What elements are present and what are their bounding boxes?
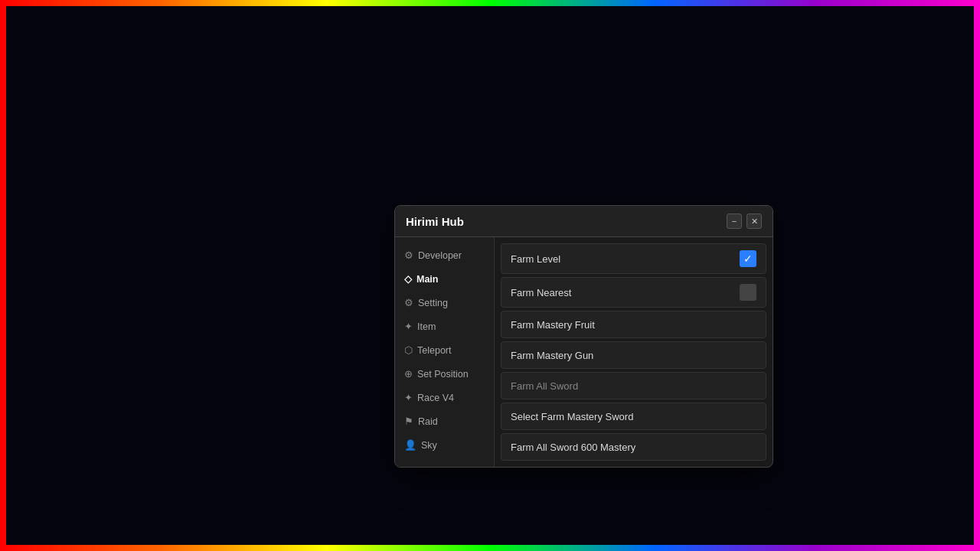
farm-level-label: Farm Level xyxy=(511,253,560,265)
farm-nearest-checkbox[interactable] xyxy=(740,284,756,301)
left-line-4: HYPER NEW xyxy=(31,306,198,342)
sidebar-label-raid: Raid xyxy=(418,416,438,427)
sidebar-item-raid[interactable]: ⚑ Raid xyxy=(395,409,494,433)
farm-all-sword-600-label: Farm All Sword 600 Mastery xyxy=(511,442,635,453)
title-fruits: FRUITS xyxy=(486,9,799,103)
farm-nearest-label: Farm Nearest xyxy=(511,287,571,298)
sidebar-label-racev4: Race V4 xyxy=(417,393,454,403)
minimize-button[interactable]: − xyxy=(727,214,742,229)
left-line-3: HYPER xyxy=(31,271,198,307)
hub-sidebar: ⚙ Developer ◇ Main ⚙ Setting ✦ Item ⬡ xyxy=(395,237,495,467)
fruits-label: FRUITS xyxy=(881,517,963,542)
main-icon: ◇ xyxy=(404,273,412,285)
sidebar-label-sky: Sky xyxy=(421,440,437,451)
svg-marker-4 xyxy=(869,356,877,375)
close-button[interactable]: ✕ xyxy=(746,214,762,229)
setposition-icon: ⊕ xyxy=(404,368,413,380)
svg-point-14 xyxy=(875,403,880,408)
hub-titlebar: Hirimi Hub − ✕ xyxy=(395,206,773,237)
sidebar-item-developer[interactable]: ⚙ Developer xyxy=(395,243,494,267)
row-farm-mastery-fruit[interactable]: Farm Mastery Fruit xyxy=(501,311,766,338)
sidebar-label-setposition: Set Position xyxy=(417,369,469,380)
update-label: UPDATE xyxy=(106,487,312,540)
row-farm-all-sword-600[interactable]: Farm All Sword 600 Mastery xyxy=(501,433,766,461)
item-icon: ✦ xyxy=(404,321,413,332)
left-text-block: HIRIMI HIRIMI X HYPER HYPER NEW xyxy=(31,199,198,342)
farm-mastery-gun-label: Farm Mastery Gun xyxy=(511,350,593,361)
sidebar-item-teleport[interactable]: ⬡ Teleport xyxy=(395,338,494,362)
row-farm-level[interactable]: Farm Level ✓ xyxy=(501,243,766,274)
hub-window: Hirimi Hub − ✕ ⚙ Developer ◇ Main ⚙ xyxy=(394,205,773,468)
svg-marker-6 xyxy=(892,352,901,371)
farm-all-sword-label: Farm All Sword xyxy=(511,380,578,392)
hub-content: Farm Level ✓ Farm Nearest Farm Mastery F… xyxy=(495,237,773,467)
row-select-farm-mastery-sword[interactable]: Select Farm Mastery Sword xyxy=(501,403,766,430)
left-line-2: HIRIMI X xyxy=(31,235,198,271)
row-farm-mastery-gun[interactable]: Farm Mastery Gun xyxy=(501,341,766,369)
farm-mastery-fruit-label: Farm Mastery Fruit xyxy=(511,319,595,331)
left-line-1: HIRIMI xyxy=(31,199,198,235)
farm-level-checkbox[interactable]: ✓ xyxy=(740,250,756,267)
sidebar-item-setting[interactable]: ⚙ Setting xyxy=(395,291,494,315)
update-number: 20 xyxy=(327,475,400,543)
script-label: SCRIPT xyxy=(416,487,603,540)
svg-point-15 xyxy=(901,403,906,408)
hub-controls: − ✕ xyxy=(727,214,762,229)
sky-icon: 👤 xyxy=(404,439,416,451)
sidebar-item-main[interactable]: ◇ Main xyxy=(395,267,494,291)
teleport-icon: ⬡ xyxy=(404,344,413,356)
hub-body: ⚙ Developer ◇ Main ⚙ Setting ✦ Item ⬡ xyxy=(395,237,773,467)
sidebar-item-sky[interactable]: 👤 Sky xyxy=(395,433,494,457)
main-container: BLOX FRUITS HIRIMI HIRIMI X HYPER HYPER … xyxy=(0,0,980,551)
hub-title: Hirimi Hub xyxy=(406,215,464,228)
select-farm-mastery-sword-label: Select Farm Mastery Sword xyxy=(511,411,633,422)
sidebar-label-main: Main xyxy=(416,274,438,285)
logo-x: X xyxy=(848,445,867,478)
main-title: BLOX FRUITS xyxy=(0,8,980,105)
racev4-icon: ✦ xyxy=(404,392,413,403)
svg-marker-7 xyxy=(902,358,910,377)
sidebar-label-teleport: Teleport xyxy=(417,345,451,356)
svg-marker-5 xyxy=(880,352,888,371)
sidebar-item-setposition[interactable]: ⊕ Set Position xyxy=(395,362,494,386)
sidebar-item-racev4[interactable]: ✦ Race V4 xyxy=(395,386,494,409)
blue-energy-effect xyxy=(38,337,268,490)
sidebar-label-setting: Setting xyxy=(418,298,448,308)
raid-icon: ⚑ xyxy=(404,416,413,427)
title-blox: BLOX xyxy=(181,9,421,103)
setting-icon: ⚙ xyxy=(404,297,413,308)
sidebar-label-developer: Developer xyxy=(418,250,462,261)
row-farm-all-sword[interactable]: Farm All Sword xyxy=(501,372,766,399)
developer-icon: ⚙ xyxy=(404,249,413,261)
sidebar-label-item: Item xyxy=(417,321,436,332)
sidebar-item-item[interactable]: ✦ Item xyxy=(395,315,494,338)
row-farm-nearest[interactable]: Farm Nearest xyxy=(501,277,766,308)
